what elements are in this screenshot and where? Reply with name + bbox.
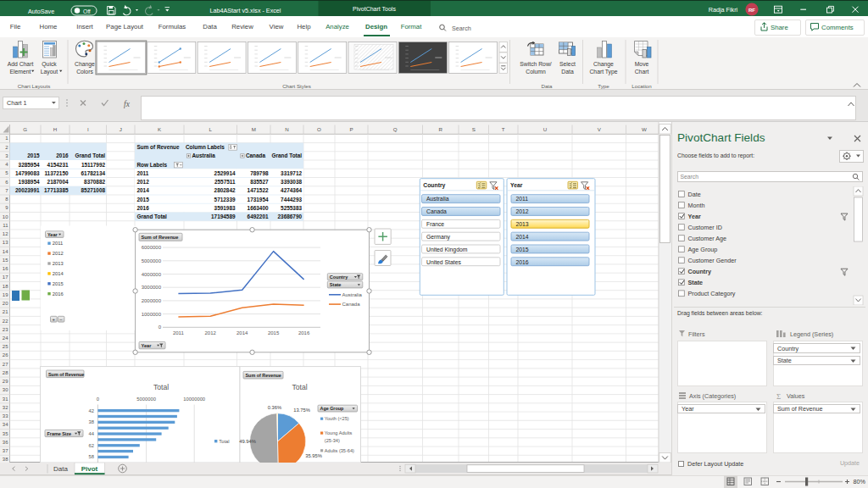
- svg-text:44: 44: [89, 431, 95, 436]
- svg-text:1471522: 1471522: [248, 187, 269, 193]
- svg-text:2016: 2016: [56, 152, 69, 158]
- svg-text:1000000: 1000000: [142, 312, 162, 317]
- svg-text:United Kingdom: United Kingdom: [426, 247, 468, 253]
- svg-text:26: 26: [3, 352, 8, 358]
- svg-text:Country: Country: [423, 182, 445, 189]
- svg-text:2000000: 2000000: [142, 298, 162, 303]
- svg-text:37: 37: [3, 448, 8, 453]
- svg-text:2014: 2014: [236, 330, 248, 336]
- svg-text:2011: 2011: [137, 170, 149, 176]
- svg-text:2015: 2015: [268, 330, 280, 336]
- svg-text:61782134: 61782134: [81, 170, 106, 176]
- svg-text:14799083: 14799083: [15, 170, 40, 176]
- svg-text:2529914: 2529914: [214, 170, 236, 176]
- svg-text:58: 58: [89, 454, 94, 459]
- svg-text:32: 32: [3, 405, 8, 410]
- svg-text:42: 42: [89, 408, 94, 413]
- svg-text:Share: Share: [771, 24, 788, 31]
- svg-text:2013: 2013: [53, 261, 64, 266]
- svg-text:5000000: 5000000: [142, 258, 162, 263]
- svg-text:23: 23: [3, 327, 8, 332]
- svg-text:Sum of Revenue: Sum of Revenue: [137, 144, 181, 150]
- svg-text:6492201: 6492201: [248, 214, 269, 219]
- svg-text:24: 24: [3, 336, 8, 341]
- svg-text:2016: 2016: [53, 291, 64, 297]
- svg-text:38: 38: [3, 457, 8, 462]
- svg-text:Canada: Canada: [342, 302, 361, 307]
- svg-text:Country: Country: [330, 274, 348, 280]
- svg-text:17: 17: [3, 274, 8, 280]
- svg-text:3000000: 3000000: [142, 285, 162, 290]
- svg-text:28: 28: [3, 370, 8, 375]
- svg-text:2012: 2012: [53, 251, 64, 256]
- svg-text:14: 14: [3, 249, 8, 254]
- svg-text:38: 38: [89, 419, 94, 424]
- svg-text:Canada: Canada: [426, 208, 447, 214]
- svg-text:2014: 2014: [516, 234, 529, 240]
- svg-text:1731954: 1731954: [248, 197, 269, 202]
- svg-text:835527: 835527: [250, 179, 269, 185]
- svg-text:2016: 2016: [516, 259, 529, 265]
- svg-text:20023991: 20023991: [15, 187, 40, 193]
- svg-text:Total: Total: [153, 383, 169, 391]
- svg-text:21: 21: [3, 309, 8, 314]
- svg-text:3393038: 3393038: [281, 179, 302, 185]
- svg-text:Data: Data: [53, 465, 68, 473]
- svg-text:2015: 2015: [137, 197, 150, 202]
- svg-text:Year: Year: [142, 343, 153, 348]
- svg-text:11372150: 11372150: [44, 170, 69, 176]
- svg-text:15117992: 15117992: [81, 162, 106, 168]
- svg-text:4154231: 4154231: [47, 162, 69, 168]
- svg-text:2802842: 2802842: [214, 187, 236, 193]
- svg-text:18: 18: [3, 284, 8, 289]
- svg-text:Sum of Revenue: Sum of Revenue: [142, 235, 179, 240]
- svg-text:Canada: Canada: [246, 152, 266, 158]
- svg-text:789798: 789798: [250, 170, 269, 176]
- svg-text:2011: 2011: [516, 196, 529, 202]
- svg-text:29: 29: [3, 379, 8, 384]
- svg-text:T: T: [502, 126, 505, 132]
- svg-text:Axis (Categories): Axis (Categories): [689, 392, 736, 400]
- svg-text:L: L: [209, 126, 213, 132]
- svg-text:3591983: 3591983: [214, 205, 236, 211]
- svg-text:13: 13: [3, 240, 8, 245]
- svg-text:Date: Date: [688, 191, 701, 198]
- svg-text:2014: 2014: [137, 187, 150, 193]
- svg-text:13.75%: 13.75%: [293, 408, 310, 413]
- svg-text:2012: 2012: [205, 330, 217, 336]
- svg-text:23686790: 23686790: [278, 214, 303, 219]
- svg-text:2012: 2012: [516, 208, 529, 214]
- svg-text:−: −: [59, 317, 63, 322]
- svg-text:7444293: 7444293: [281, 197, 302, 202]
- svg-text:2015: 2015: [27, 152, 40, 158]
- svg-text:19: 19: [3, 292, 8, 297]
- svg-text:4274364: 4274364: [281, 187, 302, 193]
- svg-text:16: 16: [3, 266, 8, 271]
- svg-text:Q: Q: [393, 126, 398, 132]
- svg-text:4000000: 4000000: [142, 272, 162, 277]
- svg-text:25: 25: [3, 344, 8, 349]
- svg-text:U: U: [543, 126, 547, 132]
- svg-text:Grand Total: Grand Total: [75, 152, 106, 158]
- svg-text:Australia: Australia: [426, 196, 449, 202]
- svg-text:Adults (35-64): Adults (35-64): [325, 448, 354, 453]
- svg-text:8370882: 8370882: [84, 179, 105, 185]
- svg-text:10: 10: [3, 214, 8, 219]
- svg-text:3319712: 3319712: [281, 170, 302, 176]
- svg-text:20: 20: [3, 301, 8, 306]
- svg-text:5255383: 5255383: [281, 205, 302, 211]
- svg-text:+: +: [53, 317, 56, 322]
- svg-text:State: State: [688, 279, 704, 286]
- svg-text:P: P: [349, 126, 353, 132]
- svg-text:Country: Country: [688, 268, 712, 275]
- svg-text:Customer Age: Customer Age: [688, 235, 727, 242]
- svg-text:H: H: [53, 126, 57, 132]
- svg-text:Column Labels: Column Labels: [186, 144, 225, 150]
- svg-text:2011: 2011: [53, 241, 63, 246]
- svg-text:Pivot: Pivot: [81, 465, 98, 473]
- svg-text:2015: 2015: [53, 281, 64, 286]
- svg-text:12: 12: [3, 231, 8, 236]
- svg-text:85271008: 85271008: [81, 187, 106, 193]
- svg-text:49.94%: 49.94%: [239, 439, 256, 444]
- svg-text:62: 62: [89, 443, 94, 448]
